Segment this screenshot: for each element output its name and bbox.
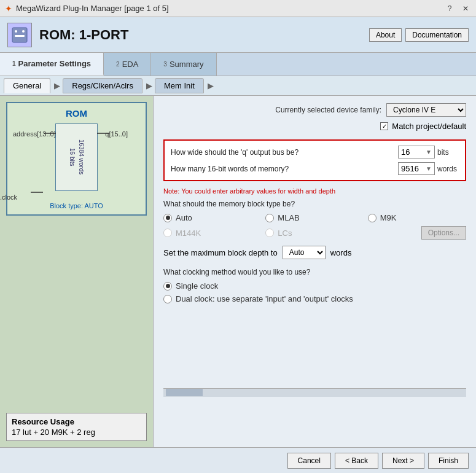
radio-mlab[interactable]: MLAB [265,213,364,222]
window-title: MegaWizard Plug-In Manager [page 1 of 5] [16,4,444,13]
tab2-num: 2 [116,61,120,68]
q-width-row: How wide should the 'q' output bus be? 1… [171,146,459,158]
block-type-grid: Auto MLAB M9K M144K LCs Options... [163,213,466,240]
clock-single-label: Single clock [176,281,218,291]
scroll-indicator[interactable] [163,388,466,397]
radio-mlab-label: MLAB [278,213,299,222]
radio-m9k[interactable]: M9K [368,213,466,222]
resource-value: 17 lut + 20 M9K + 2 reg [12,428,141,437]
tab-mem-init[interactable]: Mem Init [155,78,204,93]
main-content: ROM address[13..0] q[15..0] 16 bits 1638… [0,96,476,447]
svg-point-2 [22,30,25,33]
tabs-row1: 1 Parameter Settings 2 EDA 3 Summary [0,53,476,76]
clock-dual-circle [163,295,172,303]
words-question: How many 16-bit words of memory? [171,165,398,173]
circuit-inner: address[13..0] q[15..0] 16 bits 16384 wo… [55,123,98,191]
header: ROM: 1-PORT About Documentation [0,17,476,53]
svg-point-1 [15,30,17,33]
depth-unit: words [330,248,352,257]
radio-lcs-label: LCs [278,229,292,238]
q-dropdown-arrow: ▼ [426,149,432,155]
block-type-question: What should the memory block type be? [163,200,466,208]
close-button[interactable]: ✕ [460,3,471,14]
about-button[interactable]: About [369,28,402,42]
right-panel: Currently selected device family: Cyclon… [154,96,476,447]
depth-row: Set the maximum block depth to Auto word… [163,246,466,259]
header-icon [7,23,32,47]
radio-mlab-circle [265,214,274,222]
match-row: ✓ Match project/default [163,122,466,131]
page-title: ROM: 1-PORT [39,27,369,43]
inner-text1: 16 bits [69,148,76,166]
match-label: Match project/default [392,122,466,131]
tab-general[interactable]: General [4,78,50,93]
clock-label: .clock [0,194,17,201]
documentation-button[interactable]: Documentation [405,28,469,42]
words-input[interactable]: 9516 ▼ [398,162,435,175]
radio-auto-label: Auto [176,213,192,222]
next-button[interactable]: Next > [382,453,424,469]
left-panel: ROM address[13..0] q[15..0] 16 bits 1638… [0,96,154,447]
block-type-label: Block type: AUTO [12,202,141,209]
clock-single[interactable]: Single clock [163,281,466,291]
title-icon: ✦ [5,4,12,14]
svg-rect-3 [15,35,25,37]
device-family-select[interactable]: Cyclone IV E [386,103,466,117]
cancel-button[interactable]: Cancel [287,453,331,469]
finish-button[interactable]: Finish [428,453,469,469]
radio-m9k-label: M9K [380,213,397,222]
arrow1: ▶ [54,81,60,90]
addr-label: address[13..0] [13,130,56,138]
config-section: How wide should the 'q' output bus be? 1… [163,139,466,181]
tab-regs-clken-aclrs[interactable]: Regs/Clken/Aclrs [63,78,142,93]
tab2-label: EDA [122,60,139,69]
tab3-label: Summary [170,60,204,69]
circuit-diagram: ROM address[13..0] q[15..0] 16 bits 1638… [6,102,147,216]
tab3-num: 3 [163,61,167,68]
words-row: How many 16-bit words of memory? 9516 ▼ … [171,162,459,175]
device-label: Currently selected device family: [275,106,381,114]
radio-auto-circle [163,214,172,222]
tabs-row2: General ▶ Regs/Clken/Aclrs ▶ Mem Init ▶ [0,76,476,96]
tab1-label: Parameter Settings [18,59,92,68]
clock-dual-label: Dual clock: use separate 'input' and 'ou… [176,294,353,303]
help-button[interactable]: ? [444,3,455,14]
arrow2: ▶ [146,81,152,90]
match-checkbox[interactable]: ✓ [380,122,388,130]
clock-question: What clocking method would you like to u… [163,268,466,276]
radio-m9k-circle [368,214,377,222]
words-dropdown-arrow: ▼ [426,165,432,172]
q-width-question: How wide should the 'q' output bus be? [171,148,398,157]
depth-select[interactable]: Auto [283,246,326,259]
tab-summary[interactable]: 3 Summary [151,53,216,76]
clock-dual[interactable]: Dual clock: use separate 'input' and 'ou… [163,294,466,303]
q-label: q[15..0] [105,130,128,138]
depth-label: Set the maximum block depth to [163,248,278,257]
radio-m144k: M144K [163,229,262,238]
radio-lcs: LCs [265,229,364,238]
radio-auto[interactable]: Auto [163,213,262,222]
clock-section: What clocking method would you like to u… [163,268,466,303]
resource-box: Resource Usage 17 lut + 20 M9K + 2 reg [6,413,147,441]
arrow3: ▶ [208,81,214,90]
clock-radio-group: Single clock Dual clock: use separate 'i… [163,281,466,303]
q-unit: bits [437,148,459,157]
clock-single-circle [163,282,172,291]
tab-eda[interactable]: 2 EDA [104,53,151,76]
radio-m144k-label: M144K [176,229,201,238]
bottom-bar: Cancel < Back Next > Finish [0,447,476,473]
tab1-num: 1 [12,60,16,67]
back-button[interactable]: < Back [335,453,378,469]
options-button: Options... [421,226,466,240]
resource-title: Resource Usage [12,417,141,426]
device-row: Currently selected device family: Cyclon… [163,103,466,117]
note-text: Note: You could enter arbitrary values f… [163,187,466,195]
radio-lcs-circle [265,229,274,237]
title-bar: ✦ MegaWizard Plug-In Manager [page 1 of … [0,0,476,17]
tab-parameter-settings[interactable]: 1 Parameter Settings [0,53,104,76]
radio-m144k-circle [163,229,172,237]
words-unit: words [437,165,459,173]
q-width-input[interactable]: 16 ▼ [398,146,435,158]
circuit-title: ROM [12,108,141,119]
inner-text2: 16384 words [78,139,85,174]
